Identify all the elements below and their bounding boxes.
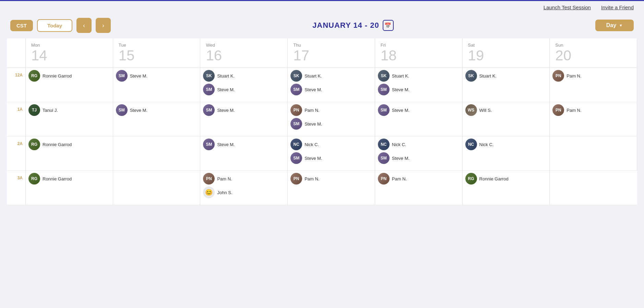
invite-friend-link[interactable]: Invite a Friend bbox=[601, 4, 634, 10]
avatar: SM bbox=[290, 84, 302, 95]
avatar: NC bbox=[290, 139, 302, 150]
avatar: SM bbox=[116, 70, 128, 82]
day-header-wed: Wed16 bbox=[200, 38, 288, 68]
avatar: SM bbox=[203, 139, 215, 150]
day-num: 20 bbox=[555, 48, 631, 63]
prev-button[interactable]: ‹ bbox=[76, 18, 92, 33]
event-name: Tanui J. bbox=[43, 108, 58, 113]
cell-3A-Mon: RGRonnie Garrod bbox=[26, 171, 113, 205]
cell-2A-Thu: NCNick C.SMSteve M. bbox=[288, 137, 375, 171]
day-header-thu: Thu17 bbox=[288, 38, 375, 68]
event-item[interactable]: PNPam N. bbox=[552, 104, 634, 116]
avatar: SK bbox=[203, 70, 215, 82]
cell-1A-Sun: PNPam N. bbox=[550, 102, 637, 137]
event-name: Steve M. bbox=[392, 156, 409, 161]
cell-3A-Fri: PNPam N. bbox=[375, 171, 463, 205]
event-item[interactable]: SMSteve M. bbox=[290, 118, 372, 130]
event-item[interactable]: SMSteve M. bbox=[203, 139, 285, 150]
avatar: NC bbox=[465, 139, 477, 150]
event-name: Steve M. bbox=[130, 108, 147, 113]
cell-1A-Mon: TJTanui J. bbox=[26, 102, 113, 137]
cell-12A-Sat: SKStuart K. bbox=[463, 68, 550, 102]
next-button[interactable]: › bbox=[96, 18, 111, 33]
event-item[interactable]: SMSteve M. bbox=[116, 70, 198, 82]
event-item[interactable]: SMSteve M. bbox=[290, 152, 372, 164]
cell-3A-Thu: PNPam N. bbox=[288, 171, 375, 205]
event-item[interactable]: RGRonnie Garrod bbox=[28, 139, 110, 150]
avatar: SM bbox=[116, 104, 128, 116]
cell-1A-Fri: SMSteve M. bbox=[375, 102, 463, 137]
toolbar: CST Today ‹ › JANUARY 14 - 20 📅 Day bbox=[0, 14, 644, 38]
cell-2A-Sat: NCNick C. bbox=[463, 137, 550, 171]
event-item[interactable]: SKStuart K. bbox=[378, 70, 460, 82]
event-name: Pam N. bbox=[217, 176, 232, 181]
avatar: PN bbox=[378, 173, 390, 185]
event-item[interactable]: 😊John S. bbox=[203, 187, 285, 198]
event-item[interactable]: NCNick C. bbox=[465, 139, 547, 150]
day-name: Tue bbox=[119, 43, 195, 48]
event-item[interactable]: NCNick C. bbox=[290, 139, 372, 150]
day-num: 15 bbox=[119, 48, 195, 63]
avatar: SM bbox=[290, 118, 302, 130]
avatar: SM bbox=[203, 84, 215, 95]
event-item[interactable]: SMSteve M. bbox=[378, 104, 460, 116]
launch-test-link[interactable]: Launch Test Session bbox=[544, 4, 591, 10]
event-item[interactable]: PNPam N. bbox=[203, 173, 285, 185]
cst-button[interactable]: CST bbox=[10, 20, 33, 31]
event-name: Stuart K. bbox=[217, 73, 235, 79]
day-name: Sun bbox=[555, 43, 631, 48]
corner-cell bbox=[7, 38, 26, 68]
event-item[interactable]: PNPam N. bbox=[378, 173, 460, 185]
event-item[interactable]: SMSteve M. bbox=[203, 84, 285, 95]
event-item[interactable]: PNPam N. bbox=[552, 70, 634, 82]
avatar: RG bbox=[28, 173, 40, 185]
event-item[interactable]: SMSteve M. bbox=[378, 152, 460, 164]
title-text: JANUARY 14 - 20 bbox=[312, 21, 379, 30]
cell-1A-Thu: PNPam N.SMSteve M. bbox=[288, 102, 375, 137]
cell-2A-Wed: SMSteve M. bbox=[200, 137, 288, 171]
event-name: Steve M. bbox=[305, 87, 322, 92]
event-name: Steve M. bbox=[217, 142, 235, 147]
event-item[interactable]: PNPam N. bbox=[290, 104, 372, 116]
avatar: SM bbox=[378, 104, 390, 116]
event-item[interactable]: RGRonnie Garrod bbox=[465, 173, 547, 185]
avatar: PN bbox=[290, 104, 302, 116]
event-item[interactable]: WSWill S. bbox=[465, 104, 547, 116]
calendar-icon[interactable]: 📅 bbox=[383, 20, 394, 31]
event-name: Steve M. bbox=[217, 87, 235, 92]
day-view-button[interactable]: Day bbox=[595, 20, 634, 31]
event-name: Stuart K. bbox=[392, 73, 409, 79]
day-name: Mon bbox=[31, 43, 107, 48]
event-name: Pam N. bbox=[567, 108, 581, 113]
event-item[interactable]: RGRonnie Garrod bbox=[28, 70, 110, 82]
event-item[interactable]: SKStuart K. bbox=[290, 70, 372, 82]
day-num: 17 bbox=[293, 48, 369, 63]
cell-12A-Mon: RGRonnie Garrod bbox=[26, 68, 113, 102]
event-item[interactable]: SKStuart K. bbox=[203, 70, 285, 82]
event-item[interactable]: SKStuart K. bbox=[465, 70, 547, 82]
avatar: SM bbox=[203, 104, 215, 116]
event-item[interactable]: RGRonnie Garrod bbox=[28, 173, 110, 185]
event-name: Will S. bbox=[479, 108, 492, 113]
event-item[interactable]: SMSteve M. bbox=[290, 84, 372, 95]
event-item[interactable]: SMSteve M. bbox=[378, 84, 460, 95]
calendar: Mon14Tue15Wed16Thu17Fri18Sat19Sun2012ARG… bbox=[7, 38, 637, 205]
day-name: Wed bbox=[206, 43, 282, 48]
cell-12A-Fri: SKStuart K.SMSteve M. bbox=[375, 68, 463, 102]
avatar: PN bbox=[290, 173, 302, 185]
avatar: SM bbox=[378, 84, 390, 95]
day-name: Thu bbox=[293, 43, 369, 48]
event-item[interactable]: PNPam N. bbox=[290, 173, 372, 185]
avatar: 😊 bbox=[203, 187, 215, 198]
event-item[interactable]: TJTanui J. bbox=[28, 104, 110, 116]
event-item[interactable]: SMSteve M. bbox=[203, 104, 285, 116]
event-item[interactable]: NCNick C. bbox=[378, 139, 460, 150]
event-name: Ronnie Garrod bbox=[43, 73, 72, 79]
day-header-mon: Mon14 bbox=[26, 38, 113, 68]
avatar: RG bbox=[28, 139, 40, 150]
avatar: TJ bbox=[28, 104, 40, 116]
event-name: Nick C. bbox=[392, 142, 406, 147]
today-button[interactable]: Today bbox=[37, 19, 72, 32]
event-name: Steve M. bbox=[392, 108, 409, 113]
event-item[interactable]: SMSteve M. bbox=[116, 104, 198, 116]
